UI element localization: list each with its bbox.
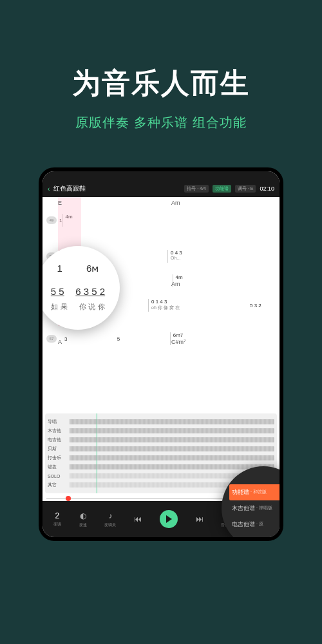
waveform[interactable]	[70, 464, 274, 469]
track-name[interactable]: 打击乐	[48, 455, 67, 461]
tablet-frame: ‹ 红色高跟鞋 拍号 · 4/4 功能谱 调号 · E 02:10 E Am 4…	[39, 167, 283, 541]
track-playhead[interactable]	[97, 413, 97, 493]
bar-number: 49	[46, 216, 57, 224]
magnifier-overlay: 1 6ᴍ 5 5 6 3 5 2 如 果 你 说 你	[43, 246, 120, 330]
waveform[interactable]	[70, 446, 274, 451]
waveform[interactable]	[70, 428, 274, 433]
chord-label: 6m7	[173, 332, 184, 338]
mag-note: 1	[57, 263, 62, 274]
time-display: 02:10	[260, 185, 274, 192]
chord-label: Am	[171, 281, 180, 287]
track-name[interactable]: 键盘	[48, 464, 67, 470]
chord-label: C#m⁷	[171, 339, 186, 345]
transpose-control[interactable]: 2 变调	[53, 511, 61, 527]
skip-back-icon: ⏮	[133, 514, 143, 524]
app-header: ‹ 红色高跟鞋 拍号 · 4/4 功能谱 调号 · E 02:10	[43, 180, 279, 197]
track-name[interactable]: 其它	[48, 482, 67, 488]
tag-key[interactable]: 调号 · E	[235, 185, 256, 193]
track-name[interactable]: 木吉他	[48, 428, 67, 434]
mag-lyric: 你 说 你	[79, 302, 104, 312]
skip-forward-icon: ⏭	[194, 514, 205, 524]
notation: 0 4 3	[171, 250, 276, 256]
hero-subtitle: 原版伴奏 多种乐谱 组合功能	[0, 114, 322, 131]
progress-handle[interactable]	[66, 496, 71, 501]
notation: 0 1 4 3	[151, 299, 250, 305]
chord-label: 4m	[176, 274, 183, 280]
popup-option-electric[interactable]: 电吉他谱· 原	[229, 516, 279, 533]
popup-option-function[interactable]: 功能谱· 和弦版	[229, 484, 279, 500]
hero-title: 为音乐人而生	[0, 64, 322, 102]
chord-label: Am	[171, 200, 180, 206]
app-screen: ‹ 红色高跟鞋 拍号 · 4/4 功能谱 调号 · E 02:10 E Am 4…	[43, 171, 279, 537]
track-name[interactable]: 贝斯	[48, 446, 67, 452]
notation: 5	[67, 336, 169, 342]
notation: 5 3 2	[250, 303, 276, 308]
popup-option-acoustic[interactable]: 木吉他谱· 弹唱版	[229, 500, 279, 516]
mag-note: 6 3 5 2	[75, 286, 105, 297]
tempo-control[interactable]: ◐ 变速	[78, 511, 88, 528]
track-name[interactable]: SOLO	[48, 474, 67, 478]
tune-control[interactable]: ♪ 变调夫	[104, 511, 116, 528]
gauge-icon: ◐	[78, 511, 88, 521]
song-title: 红色高跟鞋	[53, 184, 180, 193]
back-button[interactable]: ‹	[48, 185, 50, 193]
track-name[interactable]: 导唱	[48, 419, 67, 425]
prev-button[interactable]: ⏮	[133, 514, 143, 524]
waveform[interactable]	[70, 437, 274, 442]
status-bar	[43, 171, 279, 180]
mag-lyric: 如 果	[51, 302, 67, 312]
next-button[interactable]: ⏭	[194, 514, 205, 524]
lyric: Oh...	[171, 256, 276, 260]
lyric: oh 你 像 窝 在	[151, 305, 250, 311]
mag-note: 5 5	[51, 286, 64, 297]
chord-label: A	[58, 339, 62, 345]
tune-icon: ♪	[105, 511, 115, 521]
waveform[interactable]	[70, 419, 274, 424]
tag-score-type[interactable]: 功能谱	[213, 185, 231, 193]
sheet-music-area[interactable]: E Am 49 1 4m 51 4 3 2 1 1 Ah... 0 4 3 Oh…	[43, 197, 279, 413]
play-button[interactable]	[160, 510, 178, 528]
tag-time-signature[interactable]: 拍号 · 4/4	[184, 185, 209, 193]
mag-note: 6ᴍ	[86, 263, 99, 274]
waveform[interactable]	[70, 455, 274, 460]
bar-number: 57	[46, 335, 57, 343]
track-name[interactable]: 电吉他	[48, 437, 67, 443]
chord-label: E	[58, 200, 62, 206]
